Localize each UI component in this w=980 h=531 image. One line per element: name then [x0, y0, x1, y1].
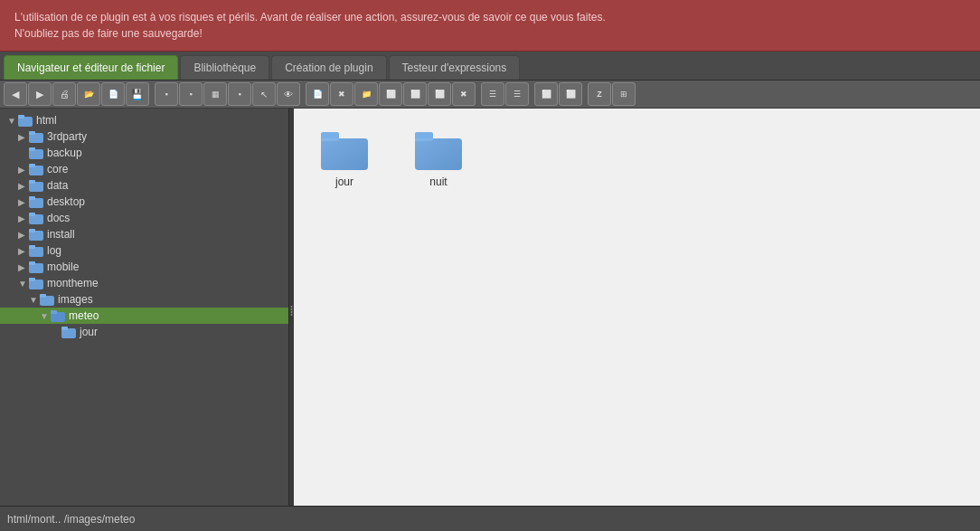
btn-b1[interactable]: ⬜: [379, 82, 402, 106]
tree-label-meteo: meteo: [69, 309, 99, 322]
folder-button[interactable]: 📁: [354, 82, 378, 106]
btn-a3[interactable]: ▦: [203, 82, 227, 106]
forward-button[interactable]: ▶: [28, 82, 52, 106]
svg-rect-17: [29, 245, 35, 249]
warning-line1: L'utilisation de ce plugin est à vos ris…: [14, 9, 966, 25]
arrow-core: ▶: [18, 165, 29, 175]
svg-rect-1: [18, 115, 24, 119]
btn-a1[interactable]: ▪: [155, 82, 178, 106]
tree-item-meteo[interactable]: ▼ meteo: [0, 308, 288, 324]
folder-open-icon-meteo: [51, 309, 65, 322]
btn-b3[interactable]: ⬜: [428, 82, 451, 106]
btn-z[interactable]: Z: [588, 82, 611, 106]
main-area: ▼ html ▶ 3rdparty ▶ backup: [0, 109, 980, 513]
tree-label-desktop: desktop: [47, 195, 85, 208]
tree-label-montheme: montheme: [47, 277, 99, 289]
file-label-nuit: nuit: [429, 175, 447, 188]
tree-label-html: html: [36, 114, 57, 127]
arrow-log: ▶: [18, 246, 29, 256]
folder-closed-icon-core: [29, 163, 43, 175]
tree-label-log: log: [47, 244, 61, 257]
tree-label-3rdparty: 3rdparty: [47, 130, 87, 143]
big-folder-icon-jour: [321, 130, 368, 170]
tab-nav[interactable]: Navigateur et éditeur de fichier: [4, 55, 178, 80]
btn-b4[interactable]: ✖: [452, 82, 476, 106]
tab-plugin[interactable]: Création de plugin: [271, 55, 386, 80]
folder-closed-icon-desktop: [29, 195, 43, 208]
folder-closed-icon-data: [29, 179, 43, 192]
tree-label-core: core: [47, 163, 68, 175]
tree-item-backup[interactable]: ▶ backup: [0, 145, 288, 161]
tree-item-log[interactable]: ▶ log: [0, 242, 288, 259]
arrow-data: ▶: [18, 181, 29, 191]
file-browser: jour nuit: [294, 109, 980, 513]
btn-b2[interactable]: ⬜: [403, 82, 427, 106]
svg-rect-23: [40, 294, 46, 298]
save-button[interactable]: 💾: [126, 82, 149, 106]
btn-a4[interactable]: ▪: [228, 82, 251, 106]
tab-bib[interactable]: Blibliothèque: [180, 55, 269, 80]
svg-rect-13: [29, 213, 35, 216]
btn-c2[interactable]: ⬜: [559, 82, 582, 106]
svg-rect-15: [29, 229, 35, 232]
tree-item-montheme[interactable]: ▼ montheme: [0, 275, 288, 291]
arrow-docs: ▶: [18, 213, 29, 223]
tree-label-docs: docs: [47, 212, 70, 224]
arrow-images: ▼: [29, 295, 40, 305]
btn-img1[interactable]: 📂: [77, 82, 100, 106]
new-file-button[interactable]: 📄: [306, 82, 329, 106]
arrow-install: ▶: [18, 230, 29, 240]
svg-rect-11: [29, 196, 35, 200]
folder-closed-icon-jour: [61, 326, 76, 338]
tree-item-mobile[interactable]: ▶ mobile: [0, 259, 288, 275]
tree-label-mobile: mobile: [47, 261, 79, 273]
fullscreen-button[interactable]: ⊞: [612, 82, 636, 106]
file-tree: ▼ html ▶ 3rdparty ▶ backup: [0, 109, 289, 513]
svg-rect-3: [29, 131, 35, 135]
file-label-jour: jour: [335, 175, 353, 188]
folder-closed-icon-3rdparty: [29, 130, 43, 143]
arrow-mobile: ▶: [18, 262, 29, 272]
svg-rect-27: [61, 327, 68, 330]
tree-item-desktop[interactable]: ▶ desktop: [0, 194, 288, 210]
folder-closed-icon-mobile: [29, 261, 43, 273]
tree-item-images[interactable]: ▼ images: [0, 291, 288, 308]
tree-item-3rdparty[interactable]: ▶ 3rdparty: [0, 128, 288, 145]
tree-item-html[interactable]: ▼ html: [0, 112, 288, 128]
arrow-html: ▼: [7, 116, 18, 126]
eye-button[interactable]: 👁: [277, 82, 300, 106]
back-button[interactable]: ◀: [4, 82, 27, 106]
cursor-button[interactable]: ↖: [252, 82, 276, 106]
toolbar: ◀ ▶ 🖨 📂 📄 💾 ▪ ▪ ▦ ▪ ↖ 👁 📄 ✖ 📁 ⬜ ⬜ ⬜ ✖ ☰ …: [0, 81, 980, 109]
status-bar: html/mont.. /images/meteo: [0, 506, 980, 531]
tree-label-backup: backup: [47, 147, 82, 159]
tree-label-data: data: [47, 179, 68, 192]
btn-a2[interactable]: ▪: [179, 82, 203, 106]
tree-item-docs[interactable]: ▶ docs: [0, 210, 288, 226]
svg-rect-7: [29, 164, 35, 167]
btn-t2[interactable]: ☰: [505, 82, 529, 106]
tree-item-jour[interactable]: ▶ jour: [0, 324, 288, 340]
tree-item-core[interactable]: ▶ core: [0, 161, 288, 177]
tree-label-jour: jour: [80, 326, 98, 338]
tree-label-install: install: [47, 228, 75, 241]
folder-open-icon-montheme: [29, 277, 43, 289]
svg-rect-5: [29, 147, 35, 151]
tree-item-data[interactable]: ▶ data: [0, 177, 288, 194]
delete-button[interactable]: ✖: [330, 82, 353, 106]
btn-c1[interactable]: ⬜: [534, 82, 558, 106]
file-item-nuit[interactable]: nuit: [402, 123, 475, 195]
folder-closed-icon-backup: [29, 147, 43, 159]
file-item-jour[interactable]: jour: [308, 123, 381, 195]
svg-rect-30: [321, 138, 368, 170]
warning-banner: L'utilisation de ce plugin est à vos ris…: [0, 0, 980, 52]
tree-item-install[interactable]: ▶ install: [0, 226, 288, 242]
btn-t1[interactable]: ☰: [481, 82, 504, 106]
folder-closed-icon-docs: [29, 212, 43, 224]
btn-img2[interactable]: 📄: [101, 82, 125, 106]
tab-test[interactable]: Testeur d'expressions: [389, 55, 521, 80]
svg-rect-21: [29, 278, 35, 281]
arrow-montheme: ▼: [18, 279, 29, 289]
print-button[interactable]: 🖨: [52, 82, 76, 106]
svg-rect-9: [29, 180, 35, 184]
